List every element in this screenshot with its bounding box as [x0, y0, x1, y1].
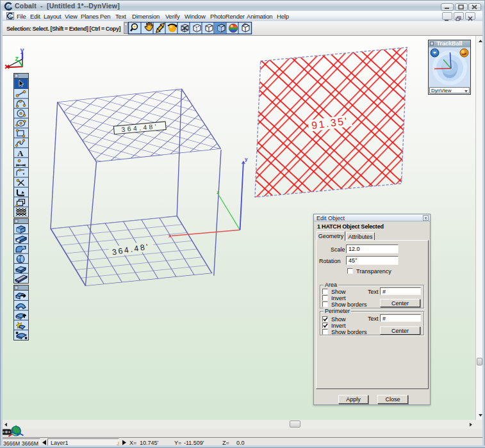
svg-text:z: z [217, 189, 219, 195]
svg-text:y: y [245, 156, 248, 162]
svg-text:x: x [169, 233, 172, 239]
svg-text:z: z [15, 55, 19, 63]
svg-text:A: A [17, 148, 24, 158]
svg-text:y: y [21, 47, 24, 54]
